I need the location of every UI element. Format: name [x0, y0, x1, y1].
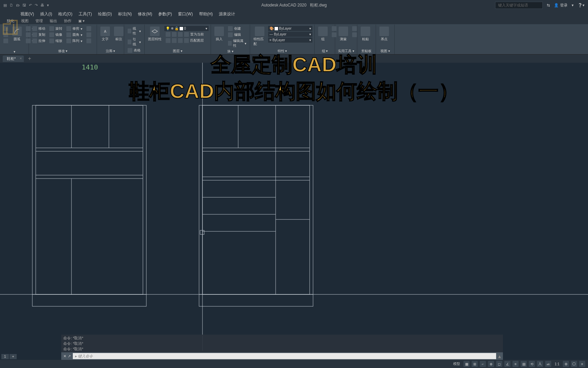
menu-tools[interactable]: 工具(T) [79, 11, 92, 17]
menu-format[interactable]: 格式(O) [58, 11, 72, 17]
model-button[interactable]: 模型 [452, 362, 461, 366]
cycling-icon[interactable]: ⟲ [529, 361, 535, 367]
help-icon[interactable]: ❔▾ [578, 3, 585, 7]
xchange-icon[interactable]: ▾ [572, 3, 574, 7]
annotation-panel-label[interactable]: 注释 ▾ [99, 48, 122, 53]
match-icon [255, 27, 264, 36]
text-icon: A [100, 27, 110, 36]
color-dropdown[interactable]: 🎨ByLayer▾ [268, 26, 312, 31]
menu-draw[interactable]: 绘图(D) [98, 11, 112, 17]
signin-icon[interactable]: ⇆ [547, 3, 550, 7]
layer-props-button[interactable]: 图层特性 [147, 26, 163, 42]
qat-dropdown-icon[interactable]: ▾ [47, 3, 49, 7]
modify-panel-label[interactable]: 修改 ▾ [31, 48, 95, 53]
menu-yuanquan[interactable]: 源泉设计 [219, 11, 235, 17]
menu-dimension[interactable]: 标注(N) [118, 11, 132, 17]
erase-icon [86, 26, 91, 31]
scale-display[interactable]: 1:1 [553, 362, 561, 366]
redo-icon[interactable]: ↷ [35, 3, 38, 7]
close-tab-icon[interactable]: × [20, 56, 22, 60]
block-edit-button[interactable]: 编辑 [227, 32, 248, 37]
grid-icon[interactable]: ▦ [463, 361, 470, 367]
ortho-icon[interactable]: ⌐ [480, 361, 486, 367]
measure-button[interactable]: 测量 [337, 26, 349, 42]
customize-icon[interactable]: ≡ [579, 361, 585, 367]
tab-output[interactable]: 输出 [50, 18, 57, 24]
leader-button[interactable]: 引线▾ [126, 37, 142, 47]
layer-dropdown[interactable]: 💡 ❄ 🔓 0 ▾ [164, 26, 209, 31]
group-button[interactable]: 组 [317, 26, 329, 42]
move-button[interactable]: 移动 [31, 26, 47, 31]
copy-button[interactable]: 复制 [31, 32, 47, 37]
circle-button[interactable] [2, 38, 10, 44]
group-icon [318, 27, 328, 36]
save-icon[interactable]: 🖫 [22, 3, 26, 7]
command-input[interactable]: ▸ 键入命令 [73, 353, 496, 359]
layout-tab-add[interactable]: + [10, 354, 17, 359]
workspace-icon[interactable]: ⚙ [563, 361, 569, 367]
cmd-up-icon[interactable]: ▴ [496, 353, 503, 359]
tab-manage[interactable]: 管理 [35, 18, 43, 24]
menu-insert[interactable]: 插入(I) [40, 11, 52, 17]
rotate-button[interactable]: 旋转 [48, 26, 64, 31]
tab-featured-icon[interactable]: ▣ ▾ [78, 19, 85, 23]
file-tab-active[interactable]: 鞋柜* × [3, 56, 24, 62]
layer-misc-row[interactable]: 置为当前 [164, 32, 209, 37]
login-button[interactable]: 👤 登录 [554, 3, 568, 8]
svg-rect-2 [32, 105, 146, 306]
trim-button[interactable]: 修剪▾ [65, 26, 84, 31]
tab-view[interactable]: 视图 [21, 18, 29, 24]
match-props-button[interactable]: 特性匹配 [252, 26, 267, 47]
scale-button[interactable]: 缩放 [48, 38, 64, 44]
undo-icon[interactable]: ↶ [29, 3, 32, 7]
cmd-close-icon[interactable]: ✕ [63, 354, 66, 358]
block-create-button[interactable]: 创建 [227, 26, 248, 31]
stretch-button[interactable]: 拉伸 [31, 38, 47, 44]
open-icon[interactable]: 🗁 [16, 3, 20, 7]
add-tab-button[interactable]: + [25, 56, 34, 62]
menu-window[interactable]: 窗口(W) [178, 11, 193, 17]
search-input[interactable]: 键入关键字或短语 [495, 2, 543, 9]
array-button[interactable]: 阵列▾ [65, 38, 84, 44]
menu-help[interactable]: 帮助(H) [199, 11, 213, 17]
drawing-canvas[interactable]: 1410 [0, 63, 588, 351]
mirror-button[interactable]: 镜像 [48, 32, 64, 37]
transparency-icon[interactable]: ▤ [521, 361, 527, 367]
lineweight-icon[interactable]: ≡ [512, 361, 519, 367]
base-button[interactable]: 基点 [378, 26, 390, 42]
polar-icon[interactable]: ⊕ [488, 361, 494, 367]
print-icon[interactable]: 🖶 [40, 3, 44, 7]
menu-modify[interactable]: 修改(M) [138, 11, 152, 17]
offset-button[interactable] [85, 38, 93, 44]
menu-parametric[interactable]: 参数(P) [158, 11, 172, 17]
lineweight-dropdown[interactable]: ≡ByLayer▾ [268, 37, 312, 43]
explode-button[interactable] [85, 32, 93, 37]
cmd-recent-icon[interactable]: ↗ [68, 354, 71, 358]
layer-match-button[interactable]: 匹配图层 [164, 38, 209, 43]
paste-button[interactable]: 粘贴 [359, 26, 372, 42]
linear-button[interactable]: 线性▾ [126, 26, 142, 36]
insert-button[interactable]: 插入 [213, 26, 225, 42]
linetype-dropdown[interactable]: —ByLayer▾ [268, 32, 312, 37]
otrack-icon[interactable]: ∠ [504, 361, 510, 367]
layers-panel-label[interactable]: 图层 ▾ [147, 48, 209, 53]
table-button[interactable]: 表格 [126, 48, 142, 53]
tab-collab[interactable]: 协作 [64, 18, 71, 24]
layout-tab-1[interactable]: 1 [1, 354, 9, 359]
new-icon[interactable]: 🗋 [10, 3, 13, 7]
text-button[interactable]: A文字 [99, 26, 111, 42]
block-attr-button[interactable]: 编辑属性▾ [227, 38, 248, 48]
fillet-button[interactable]: 圆角▾ [65, 32, 84, 37]
monitor-icon[interactable]: 🖵 [571, 361, 577, 367]
osnap-icon[interactable]: ◻ [496, 361, 502, 367]
dim-button[interactable]: 标注 [113, 26, 125, 42]
erase-button[interactable] [85, 26, 93, 31]
annovis-icon[interactable]: 🗚 [545, 361, 551, 367]
app-menu-icon[interactable]: ▤ [3, 3, 7, 7]
annoscale-icon[interactable]: 人 [537, 361, 543, 367]
freeze-icon: ❄ [171, 27, 174, 30]
title-bar: ▤ 🗋 🗁 🖫 ↶ ↷ 🖶 ▾ Autodesk AutoCAD 2020 鞋柜… [0, 0, 588, 10]
view-panel-label[interactable]: 视图 ▾ [378, 48, 392, 53]
menu-view[interactable]: 视图(V) [20, 11, 34, 17]
snap-icon[interactable]: ⊞ [472, 361, 478, 367]
